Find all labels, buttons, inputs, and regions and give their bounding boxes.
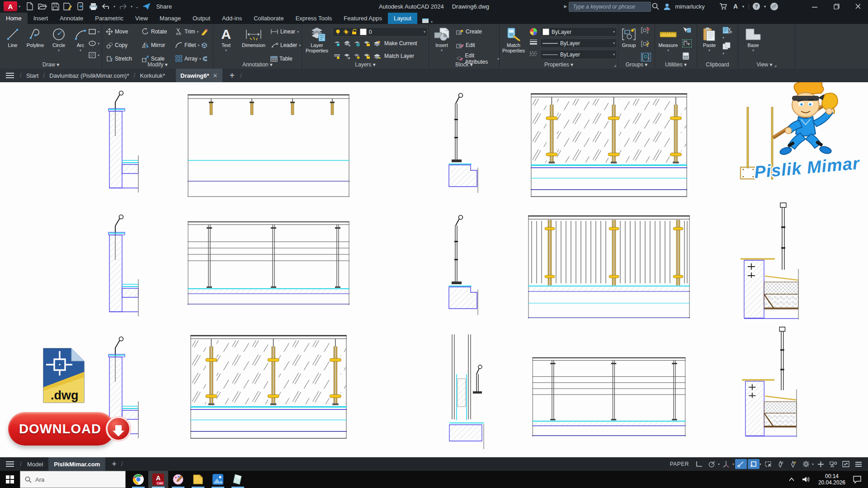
layer-thaw-icon[interactable] [344, 53, 350, 59]
linetype-combo[interactable]: ByLayer▾ [540, 50, 617, 59]
layer-freeze2-icon[interactable] [354, 41, 360, 47]
ungroup-icon[interactable] [641, 27, 650, 34]
tab-manage[interactable]: Manage [154, 13, 187, 24]
tab-collaborate[interactable]: Collaborate [248, 13, 290, 24]
tab-view[interactable]: View [129, 13, 154, 24]
file-tab-menu-icon[interactable] [5, 72, 14, 79]
rotate-button[interactable]: Rotate [142, 28, 167, 36]
quick-select-icon[interactable] [682, 27, 691, 34]
layout-menu-icon[interactable] [5, 461, 14, 467]
qat-customize-icon[interactable]: ⌄ [135, 4, 139, 9]
trim-button[interactable]: Trim▾ [175, 28, 199, 36]
detail-floor-section-1[interactable] [741, 203, 798, 319]
detail-wall-vertical-section[interactable] [449, 334, 484, 449]
autocad-taskbar-icon[interactable]: ACAD [148, 471, 168, 488]
layer-unlock-icon[interactable] [354, 53, 360, 59]
file-tab-close-icon[interactable]: ✕ [213, 72, 218, 79]
mascot-illustration[interactable] [773, 82, 838, 156]
ellipse-button[interactable]: ▾ [89, 39, 99, 47]
osnap-icon[interactable] [748, 459, 760, 469]
workspace-gear-icon[interactable] [800, 459, 812, 469]
explode-icon[interactable] [201, 41, 208, 49]
dwg-file-icon[interactable]: .dwg [43, 348, 84, 403]
save-as-icon[interactable] [63, 2, 73, 11]
polyline-button[interactable]: Polyline [24, 26, 47, 48]
group-edit-icon[interactable] [641, 40, 650, 47]
hatch-button[interactable]: ▾ [89, 51, 99, 59]
search-collapse-icon[interactable]: ▶ [563, 0, 568, 13]
gear-caret-icon[interactable]: ▾ [812, 462, 814, 466]
isometric-drafting-icon[interactable] [721, 459, 732, 469]
new-layout-icon[interactable]: + [112, 460, 117, 469]
download-button[interactable]: DOWNLOAD [8, 412, 115, 446]
erase-icon[interactable] [201, 28, 209, 36]
new-file-icon[interactable] [25, 2, 35, 11]
share-icon[interactable] [142, 2, 151, 11]
move-button[interactable]: Move [106, 28, 128, 36]
ortho-icon[interactable] [693, 459, 705, 469]
chrome-icon[interactable] [128, 471, 148, 488]
quick-calc-icon[interactable] [682, 52, 689, 60]
rectangle-button[interactable]: ▾ [89, 28, 99, 36]
ribbon-display-caret-icon[interactable]: ▾ [431, 20, 433, 24]
publish-icon[interactable] [75, 2, 85, 11]
help-icon[interactable]: ? [751, 0, 761, 13]
help-search-input[interactable]: Type a keyword or phrase [569, 2, 651, 12]
tab-featured-apps[interactable]: Featured Apps [338, 13, 388, 24]
panel-modify-label[interactable]: Modify ▾ [102, 61, 213, 68]
detail-floor-section-2[interactable] [742, 327, 797, 437]
match-layer-icon[interactable] [373, 53, 381, 59]
undo-caret-icon[interactable]: ▾ [113, 5, 115, 9]
block-edit-button[interactable]: Edit [456, 41, 475, 49]
tab-home[interactable]: Home [0, 13, 28, 24]
lineweight-combo[interactable]: ByLayer▾ [540, 38, 617, 48]
panel-utilities-label[interactable]: Utilities ▾ [655, 61, 697, 68]
layer-off-icon[interactable] [334, 41, 340, 47]
feedback-icon[interactable] [769, 0, 779, 13]
redo-icon[interactable] [118, 2, 128, 11]
action-center-icon[interactable] [853, 475, 862, 483]
ribbon-display-icon[interactable] [422, 18, 429, 24]
notes-app-icon[interactable] [188, 471, 208, 488]
tab-parametric[interactable]: Parametric [89, 13, 129, 24]
app-menu-button[interactable]: A [4, 1, 17, 11]
panel-view-label[interactable]: View ▾ ⌟ [738, 61, 795, 68]
mirror-button[interactable]: Mirror [142, 41, 165, 49]
redo-caret-icon[interactable]: ▾ [131, 5, 132, 9]
prism-app-icon[interactable] [228, 471, 248, 488]
panel-layers-label[interactable]: Layers ▾ [302, 61, 429, 68]
base-button[interactable]: Base▾ [741, 26, 765, 53]
model-tab[interactable]: Model [22, 457, 48, 471]
minimize-button[interactable] [805, 0, 825, 13]
insert-button[interactable]: Insert▾ [430, 26, 453, 53]
tab-output[interactable]: Output [187, 13, 216, 24]
properties-expander-icon[interactable]: ⌟ [613, 61, 616, 68]
save-icon[interactable] [50, 2, 60, 11]
photos-app-icon[interactable] [208, 471, 228, 488]
detail-elevation-hbars-1[interactable] [188, 222, 349, 305]
paper-space-button[interactable]: PAPER [670, 461, 689, 467]
share-label[interactable]: Share [156, 3, 172, 10]
detail-elevation-glass-1[interactable] [531, 94, 687, 197]
start-button[interactable] [0, 471, 20, 488]
app-menu-caret-icon[interactable]: ▾ [19, 5, 20, 9]
quick-measure-icon[interactable] [682, 39, 692, 47]
text-button[interactable]: A Text▾ [214, 26, 238, 53]
close-button[interactable] [848, 0, 868, 13]
file-tab-start[interactable]: Start [22, 69, 43, 82]
tray-chevron-icon[interactable] [788, 477, 795, 482]
customization-icon[interactable] [853, 459, 864, 469]
detail-wall-section-1[interactable] [108, 91, 138, 193]
undo-icon[interactable] [101, 2, 111, 11]
detail-elevation-plain[interactable] [188, 95, 349, 197]
taskbar-search-input[interactable]: Ara [20, 471, 126, 488]
cut-icon[interactable]: ▾ [722, 27, 732, 40]
polar-caret-icon[interactable]: ▾ [718, 462, 720, 466]
osnap-tracking-icon[interactable] [735, 459, 747, 469]
block-create-button[interactable]: Create [456, 28, 482, 36]
group-selection-toggle-icon[interactable] [641, 53, 651, 61]
app-store-cart-icon[interactable] [718, 0, 729, 13]
make-current-label[interactable]: Make Current [384, 40, 417, 47]
search-icon[interactable] [650, 0, 661, 13]
panel-annotation-label[interactable]: Annotation ▾ [213, 61, 302, 68]
